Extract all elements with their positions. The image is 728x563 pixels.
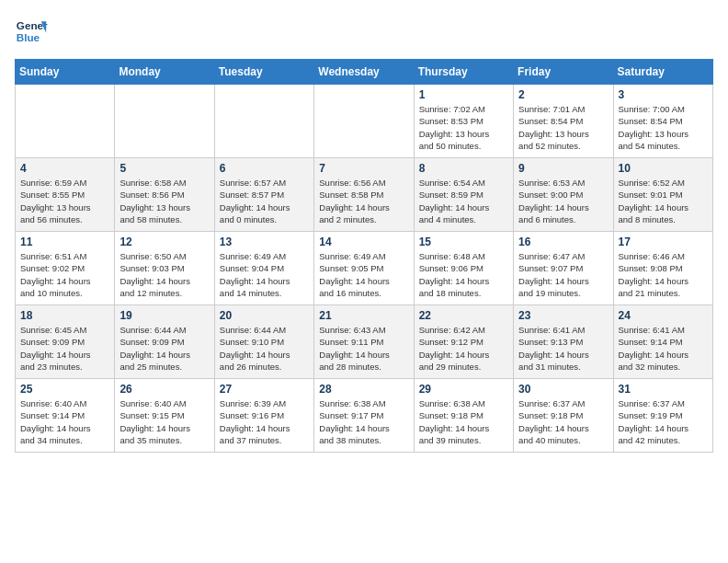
- week-row-5: 25Sunrise: 6:40 AM Sunset: 9:14 PM Dayli…: [16, 379, 713, 453]
- calendar-cell-w3-d5: 15Sunrise: 6:48 AM Sunset: 9:06 PM Dayli…: [414, 232, 513, 305]
- column-header-friday: Friday: [514, 60, 613, 85]
- calendar-cell-w1-d3: [214, 85, 313, 158]
- day-number: 16: [518, 236, 608, 248]
- week-row-3: 11Sunrise: 6:51 AM Sunset: 9:02 PM Dayli…: [16, 232, 713, 305]
- week-row-4: 18Sunrise: 6:45 AM Sunset: 9:09 PM Dayli…: [16, 305, 713, 379]
- day-info: Sunrise: 6:52 AM Sunset: 9:01 PM Dayligh…: [619, 177, 708, 225]
- day-number: 10: [619, 162, 708, 175]
- logo-icon: General Blue: [15, 15, 48, 48]
- calendar-cell-w5-d2: 26Sunrise: 6:40 AM Sunset: 9:15 PM Dayli…: [115, 379, 214, 453]
- day-info: Sunrise: 6:40 AM Sunset: 9:15 PM Dayligh…: [119, 397, 209, 446]
- day-info: Sunrise: 6:43 AM Sunset: 9:11 PM Dayligh…: [319, 324, 408, 373]
- day-number: 13: [220, 236, 309, 248]
- day-number: 1: [419, 88, 508, 101]
- day-info: Sunrise: 6:45 AM Sunset: 9:09 PM Dayligh…: [20, 324, 109, 373]
- calendar-header-row: SundayMondayTuesdayWednesdayThursdayFrid…: [16, 60, 713, 85]
- day-info: Sunrise: 6:49 AM Sunset: 9:05 PM Dayligh…: [319, 250, 408, 299]
- calendar-cell-w5-d6: 30Sunrise: 6:37 AM Sunset: 9:18 PM Dayli…: [514, 379, 613, 453]
- day-info: Sunrise: 6:44 AM Sunset: 9:10 PM Dayligh…: [220, 324, 309, 373]
- calendar-cell-w2-d3: 6Sunrise: 6:57 AM Sunset: 8:57 PM Daylig…: [214, 158, 313, 232]
- day-number: 23: [518, 309, 608, 322]
- calendar-cell-w5-d4: 28Sunrise: 6:38 AM Sunset: 9:17 PM Dayli…: [314, 379, 414, 453]
- day-number: 26: [119, 383, 209, 396]
- day-info: Sunrise: 6:47 AM Sunset: 9:07 PM Dayligh…: [518, 250, 608, 299]
- day-number: 27: [220, 383, 309, 396]
- day-number: 21: [319, 309, 408, 322]
- day-info: Sunrise: 7:01 AM Sunset: 8:54 PM Dayligh…: [518, 103, 608, 152]
- day-info: Sunrise: 7:02 AM Sunset: 8:53 PM Dayligh…: [419, 103, 508, 152]
- day-number: 4: [20, 162, 109, 175]
- day-info: Sunrise: 6:38 AM Sunset: 9:18 PM Dayligh…: [419, 397, 508, 446]
- calendar-cell-w2-d4: 7Sunrise: 6:56 AM Sunset: 8:58 PM Daylig…: [314, 158, 414, 232]
- column-header-wednesday: Wednesday: [314, 60, 414, 85]
- week-row-1: 1Sunrise: 7:02 AM Sunset: 8:53 PM Daylig…: [16, 85, 713, 158]
- day-info: Sunrise: 6:56 AM Sunset: 8:58 PM Dayligh…: [319, 177, 408, 225]
- day-number: 28: [319, 383, 408, 396]
- day-info: Sunrise: 6:49 AM Sunset: 9:04 PM Dayligh…: [220, 250, 309, 299]
- calendar-cell-w1-d5: 1Sunrise: 7:02 AM Sunset: 8:53 PM Daylig…: [414, 85, 513, 158]
- calendar-cell-w2-d1: 4Sunrise: 6:59 AM Sunset: 8:55 PM Daylig…: [16, 158, 115, 232]
- day-info: Sunrise: 6:39 AM Sunset: 9:16 PM Dayligh…: [220, 397, 309, 446]
- calendar-cell-w4-d2: 19Sunrise: 6:44 AM Sunset: 9:09 PM Dayli…: [115, 305, 214, 379]
- column-header-sunday: Sunday: [16, 60, 115, 85]
- calendar-cell-w3-d2: 12Sunrise: 6:50 AM Sunset: 9:03 PM Dayli…: [115, 232, 214, 305]
- day-info: Sunrise: 6:41 AM Sunset: 9:13 PM Dayligh…: [518, 324, 608, 373]
- day-number: 18: [20, 309, 109, 322]
- day-number: 9: [518, 162, 608, 175]
- calendar-table: SundayMondayTuesdayWednesdayThursdayFrid…: [15, 59, 713, 453]
- day-number: 24: [619, 309, 708, 322]
- calendar-cell-w1-d1: [16, 85, 115, 158]
- day-number: 19: [119, 309, 209, 322]
- day-number: 15: [419, 236, 508, 248]
- day-number: 29: [419, 383, 508, 396]
- day-info: Sunrise: 6:37 AM Sunset: 9:18 PM Dayligh…: [518, 397, 608, 446]
- calendar-cell-w1-d6: 2Sunrise: 7:01 AM Sunset: 8:54 PM Daylig…: [514, 85, 613, 158]
- calendar-cell-w4-d4: 21Sunrise: 6:43 AM Sunset: 9:11 PM Dayli…: [314, 305, 414, 379]
- day-number: 8: [419, 162, 508, 175]
- calendar-cell-w4-d5: 22Sunrise: 6:42 AM Sunset: 9:12 PM Dayli…: [414, 305, 513, 379]
- day-info: Sunrise: 6:40 AM Sunset: 9:14 PM Dayligh…: [20, 397, 109, 446]
- day-number: 2: [518, 88, 608, 101]
- calendar-cell-w3-d4: 14Sunrise: 6:49 AM Sunset: 9:05 PM Dayli…: [314, 232, 414, 305]
- calendar-cell-w5-d7: 31Sunrise: 6:37 AM Sunset: 9:19 PM Dayli…: [613, 379, 712, 453]
- calendar-cell-w1-d7: 3Sunrise: 7:00 AM Sunset: 8:54 PM Daylig…: [613, 85, 712, 158]
- column-header-thursday: Thursday: [414, 60, 513, 85]
- day-number: 14: [319, 236, 408, 248]
- day-info: Sunrise: 6:44 AM Sunset: 9:09 PM Dayligh…: [119, 324, 209, 373]
- day-info: Sunrise: 6:54 AM Sunset: 8:59 PM Dayligh…: [419, 177, 508, 225]
- calendar-cell-w2-d2: 5Sunrise: 6:58 AM Sunset: 8:56 PM Daylig…: [115, 158, 214, 232]
- calendar-cell-w5-d5: 29Sunrise: 6:38 AM Sunset: 9:18 PM Dayli…: [414, 379, 513, 453]
- column-header-monday: Monday: [115, 60, 214, 85]
- logo: General Blue: [15, 15, 48, 48]
- day-info: Sunrise: 6:46 AM Sunset: 9:08 PM Dayligh…: [619, 250, 708, 299]
- day-number: 17: [619, 236, 708, 248]
- day-number: 7: [319, 162, 408, 175]
- day-number: 12: [119, 236, 209, 248]
- calendar-cell-w2-d6: 9Sunrise: 6:53 AM Sunset: 9:00 PM Daylig…: [514, 158, 613, 232]
- calendar-cell-w5-d1: 25Sunrise: 6:40 AM Sunset: 9:14 PM Dayli…: [16, 379, 115, 453]
- day-number: 22: [419, 309, 508, 322]
- day-info: Sunrise: 6:51 AM Sunset: 9:02 PM Dayligh…: [20, 250, 109, 299]
- day-number: 20: [220, 309, 309, 322]
- day-info: Sunrise: 6:53 AM Sunset: 9:00 PM Dayligh…: [518, 177, 608, 225]
- day-info: Sunrise: 6:58 AM Sunset: 8:56 PM Dayligh…: [119, 177, 209, 225]
- calendar-cell-w3-d3: 13Sunrise: 6:49 AM Sunset: 9:04 PM Dayli…: [214, 232, 313, 305]
- day-number: 3: [619, 88, 708, 101]
- week-row-2: 4Sunrise: 6:59 AM Sunset: 8:55 PM Daylig…: [16, 158, 713, 232]
- page-header: General Blue: [15, 15, 713, 48]
- calendar-cell-w3-d7: 17Sunrise: 6:46 AM Sunset: 9:08 PM Dayli…: [613, 232, 712, 305]
- day-info: Sunrise: 6:57 AM Sunset: 8:57 PM Dayligh…: [220, 177, 309, 225]
- calendar-cell-w5-d3: 27Sunrise: 6:39 AM Sunset: 9:16 PM Dayli…: [214, 379, 313, 453]
- day-info: Sunrise: 7:00 AM Sunset: 8:54 PM Dayligh…: [619, 103, 708, 152]
- column-header-saturday: Saturday: [613, 60, 712, 85]
- calendar-cell-w1-d2: [115, 85, 214, 158]
- calendar-cell-w3-d1: 11Sunrise: 6:51 AM Sunset: 9:02 PM Dayli…: [16, 232, 115, 305]
- day-info: Sunrise: 6:41 AM Sunset: 9:14 PM Dayligh…: [619, 324, 708, 373]
- day-number: 5: [119, 162, 209, 175]
- calendar-cell-w1-d4: [314, 85, 414, 158]
- day-info: Sunrise: 6:48 AM Sunset: 9:06 PM Dayligh…: [419, 250, 508, 299]
- calendar-cell-w3-d6: 16Sunrise: 6:47 AM Sunset: 9:07 PM Dayli…: [514, 232, 613, 305]
- calendar-cell-w2-d5: 8Sunrise: 6:54 AM Sunset: 8:59 PM Daylig…: [414, 158, 513, 232]
- svg-text:Blue: Blue: [17, 31, 40, 43]
- day-number: 25: [20, 383, 109, 396]
